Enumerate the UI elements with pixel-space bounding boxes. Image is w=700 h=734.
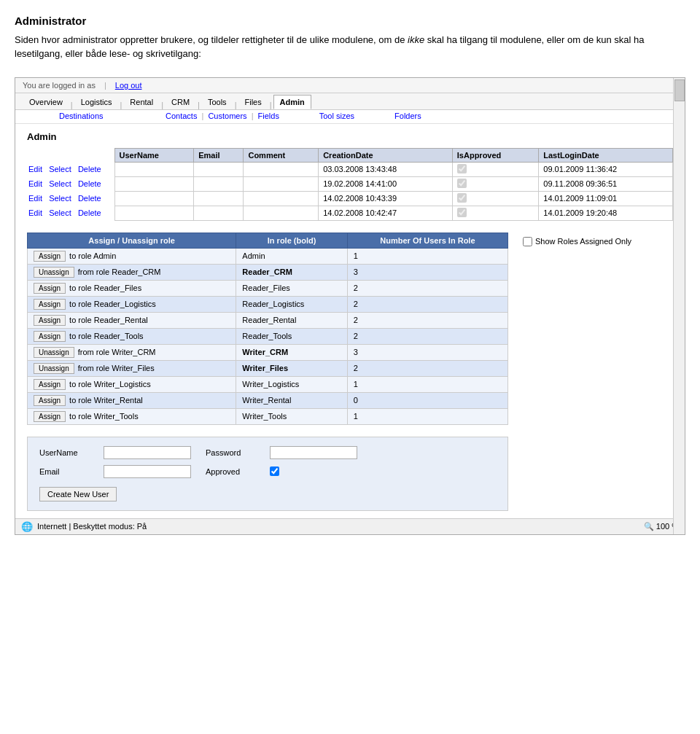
select-link[interactable]: Select xyxy=(49,179,71,188)
password-group: Password xyxy=(206,446,357,459)
role-action-button[interactable]: Assign xyxy=(34,283,66,294)
username-group: UserName xyxy=(39,446,191,459)
nav-files[interactable]: Files xyxy=(238,95,268,109)
col-email: Email xyxy=(194,148,244,162)
roles-row: Assign to role Reader_Logistics Reader_L… xyxy=(28,296,508,312)
new-user-section: UserName Password Email Approved Cre xyxy=(27,437,508,511)
role-action-label: to role Reader_Logistics xyxy=(69,300,156,308)
role-action-label: from role Reader_CRM xyxy=(78,268,161,276)
role-action-button[interactable]: Unassign xyxy=(34,347,74,358)
sub-crm-customers[interactable]: Customers xyxy=(208,112,246,120)
row-actions: Edit Select Delete xyxy=(27,191,114,206)
roles-row: Assign to role Writer_Logistics Writer_L… xyxy=(28,376,508,392)
cell-username xyxy=(114,206,194,220)
role-count-cell: 3 xyxy=(347,264,508,280)
role-action-cell: Assign to role Admin xyxy=(28,248,236,264)
role-action-button[interactable]: Unassign xyxy=(34,363,74,374)
role-action-button[interactable]: Assign xyxy=(34,299,66,310)
row-actions: Edit Select Delete xyxy=(27,206,114,220)
sub-tools[interactable]: Tool sizes xyxy=(319,112,354,120)
role-action-cell: Assign to role Reader_Files xyxy=(28,280,236,296)
role-name-cell: Writer_Tools xyxy=(236,408,348,424)
nav-logistics[interactable]: Logistics xyxy=(74,95,119,109)
role-name-cell: Reader_CRM xyxy=(236,264,348,280)
delete-link[interactable]: Delete xyxy=(78,194,101,203)
cell-approved xyxy=(452,162,538,176)
cell-email xyxy=(194,162,244,176)
row-actions: Edit Select Delete xyxy=(27,176,114,191)
role-action-button[interactable]: Assign xyxy=(34,395,66,406)
cell-lastlogin: 14.01.2009 19:20:48 xyxy=(539,206,673,220)
sub-admin[interactable]: Folders xyxy=(394,112,421,120)
nav-tools[interactable]: Tools xyxy=(201,95,233,109)
sub-nav: Destinations Contacts | Customers | Fiel… xyxy=(15,110,685,124)
logout-link[interactable]: Log out xyxy=(115,81,142,90)
cell-lastlogin: 09.01.2009 11:36:42 xyxy=(539,162,673,176)
role-count-cell: 1 xyxy=(347,376,508,392)
create-user-button[interactable]: Create New User xyxy=(39,487,117,501)
username-input[interactable] xyxy=(104,446,191,459)
edit-link[interactable]: Edit xyxy=(28,208,42,217)
role-action-button[interactable]: Unassign xyxy=(34,267,74,278)
delete-link[interactable]: Delete xyxy=(78,165,101,173)
sub-crm-fields[interactable]: Fields xyxy=(258,112,279,120)
approved-checkbox[interactable] xyxy=(270,466,279,476)
role-count-cell: 3 xyxy=(347,344,508,360)
role-action-button[interactable]: Assign xyxy=(34,411,66,422)
delete-link[interactable]: Delete xyxy=(78,179,101,188)
select-link[interactable]: Select xyxy=(49,194,71,203)
browser-frame: You are logged in as | Log out Overview … xyxy=(15,77,685,535)
edit-link[interactable]: Edit xyxy=(28,165,42,173)
role-action-label: from role Writer_CRM xyxy=(78,348,156,356)
role-action-cell: Assign to role Reader_Logistics xyxy=(28,296,236,312)
role-action-button[interactable]: Assign xyxy=(34,379,66,390)
role-name-cell: Reader_Tools xyxy=(236,328,348,344)
role-action-label: to role Reader_Files xyxy=(69,284,141,292)
cell-email xyxy=(194,191,244,206)
select-link[interactable]: Select xyxy=(49,165,71,173)
nav-overview[interactable]: Overview xyxy=(23,95,69,109)
sub-crm-contacts[interactable]: Contacts xyxy=(166,112,197,120)
show-roles-only: Show Roles Assigned Only xyxy=(523,237,631,246)
roles-table: Assign / Unassign role In role (bold) Nu… xyxy=(27,233,508,425)
roles-row: Assign to role Reader_Files Reader_Files… xyxy=(28,280,508,296)
edit-link[interactable]: Edit xyxy=(28,194,42,203)
show-roles-checkbox[interactable] xyxy=(523,237,532,246)
content-area: Admin UserName Email Comment CreationDat… xyxy=(15,124,685,518)
edit-link[interactable]: Edit xyxy=(28,179,42,188)
role-action-button[interactable]: Assign xyxy=(34,315,66,326)
scrollbar[interactable] xyxy=(673,78,685,534)
role-action-cell: Assign to role Writer_Tools xyxy=(28,408,236,424)
role-count-cell: 2 xyxy=(347,280,508,296)
show-roles-label: Show Roles Assigned Only xyxy=(535,237,631,246)
email-input[interactable] xyxy=(104,465,191,478)
role-count-cell: 0 xyxy=(347,392,508,408)
user-table: UserName Email Comment CreationDate IsAp… xyxy=(27,148,673,221)
cell-approved xyxy=(452,176,538,191)
cell-lastlogin: 14.01.2009 11:09:01 xyxy=(539,191,673,206)
role-action-cell: Unassign from role Writer_Files xyxy=(28,360,236,376)
role-action-button[interactable]: Assign xyxy=(34,331,66,342)
password-input[interactable] xyxy=(270,446,357,459)
roles-row: Assign to role Reader_Tools Reader_Tools… xyxy=(28,328,508,344)
nav-crm[interactable]: CRM xyxy=(165,95,196,109)
cell-approved xyxy=(452,206,538,220)
cell-comment xyxy=(244,162,319,176)
roles-row: Unassign from role Writer_CRM Writer_CRM… xyxy=(28,344,508,360)
role-action-label: to role Writer_Rental xyxy=(69,396,143,405)
role-action-button[interactable]: Assign xyxy=(34,251,66,262)
delete-link[interactable]: Delete xyxy=(78,208,101,217)
scrollbar-thumb[interactable] xyxy=(674,79,685,101)
role-action-cell: Unassign from role Reader_CRM xyxy=(28,264,236,280)
nav-admin[interactable]: Admin xyxy=(273,95,311,109)
form-row-2: Email Approved xyxy=(39,465,496,478)
role-count-cell: 2 xyxy=(347,312,508,328)
username-label: UserName xyxy=(39,448,98,457)
sub-logistics[interactable]: Destinations xyxy=(59,112,104,120)
roles-row: Assign to role Reader_Rental Reader_Rent… xyxy=(28,312,508,328)
nav-rental[interactable]: Rental xyxy=(123,95,160,109)
select-link[interactable]: Select xyxy=(49,208,71,217)
role-action-cell: Assign to role Reader_Rental xyxy=(28,312,236,328)
role-name-cell: Reader_Logistics xyxy=(236,296,348,312)
globe-icon: 🌐 xyxy=(21,521,33,532)
